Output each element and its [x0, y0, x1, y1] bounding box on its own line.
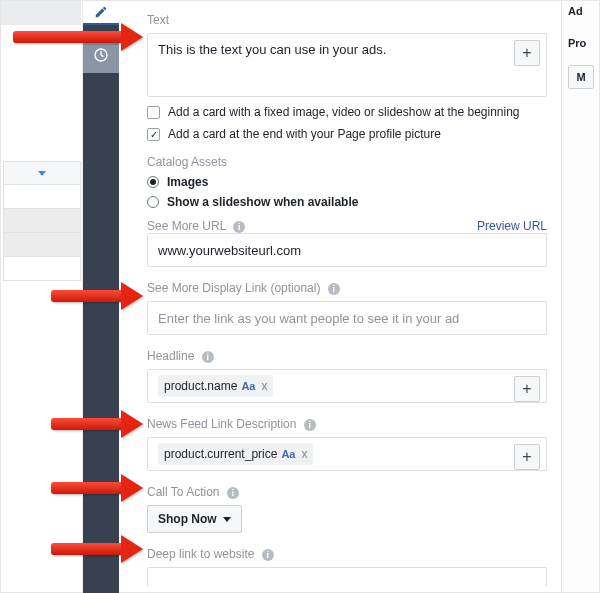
edit-tab-rail: [83, 1, 119, 25]
label-see-more-display: See More Display Link (optional) i: [147, 281, 547, 295]
chevron-down-icon: [223, 517, 231, 522]
clock-icon: [93, 47, 109, 63]
add-variation-button[interactable]: +: [514, 40, 540, 66]
label-cta: Call To Action i: [147, 485, 547, 499]
radio-label: Show a slideshow when available: [167, 195, 358, 209]
deep-link-input[interactable]: [147, 567, 547, 587]
label-catalog-assets: Catalog Assets: [147, 155, 547, 169]
aa-icon: Aa: [281, 448, 295, 460]
info-icon[interactable]: i: [233, 221, 245, 233]
checkbox-label: Add a card with a fixed image, video or …: [168, 105, 520, 119]
mini-cell[interactable]: [3, 185, 81, 209]
history-rail: [83, 25, 119, 593]
remove-token-x[interactable]: x: [261, 379, 267, 393]
info-icon[interactable]: i: [328, 283, 340, 295]
ad-creative-form: Text This is the text you can use in you…: [119, 1, 561, 592]
left-mini-column: [1, 1, 83, 592]
chevron-down-icon: [38, 171, 46, 176]
checkbox-icon: [147, 106, 160, 119]
text-input-value: This is the text you can use in your ads…: [158, 42, 386, 57]
add-variation-button[interactable]: +: [514, 376, 540, 402]
cta-value: Shop Now: [158, 512, 217, 526]
mini-cell[interactable]: [3, 257, 81, 281]
mini-cell-expand[interactable]: [3, 161, 81, 185]
info-icon[interactable]: i: [227, 487, 239, 499]
radio-row-slideshow[interactable]: Show a slideshow when available: [147, 195, 547, 209]
checkbox-label: Add a card at the end with your Page pro…: [168, 127, 441, 141]
tab-edit[interactable]: [83, 1, 119, 25]
radio-row-images[interactable]: Images: [147, 175, 547, 189]
tab-history[interactable]: [83, 37, 119, 73]
remove-token-x[interactable]: x: [301, 447, 307, 461]
add-variation-button[interactable]: +: [514, 444, 540, 470]
right-peek-label: Pro: [568, 37, 599, 49]
info-icon[interactable]: i: [202, 351, 214, 363]
mini-cell[interactable]: [3, 209, 81, 233]
right-peek-label: Ad: [568, 5, 599, 17]
info-icon[interactable]: i: [304, 419, 316, 431]
radio-label: Images: [167, 175, 208, 189]
left-mini-grid: [3, 161, 81, 281]
label-news-feed-desc: News Feed Link Description i: [147, 417, 547, 431]
checkbox-checked-icon: ✓: [147, 128, 160, 141]
checkbox-row-add-end[interactable]: ✓ Add a card at the end with your Page p…: [147, 127, 547, 141]
info-icon[interactable]: i: [262, 549, 274, 561]
aa-icon: Aa: [241, 380, 255, 392]
see-more-url-input[interactable]: www.yourwebsiteurl.com: [147, 233, 547, 267]
headline-token[interactable]: product.name Aa x: [158, 375, 273, 397]
pencil-icon: [94, 5, 108, 19]
label-text: Text: [147, 13, 547, 27]
right-peek-panel: Ad Pro M: [561, 1, 599, 592]
mini-cell[interactable]: [3, 233, 81, 257]
headline-input[interactable]: product.name Aa x +: [147, 369, 547, 403]
see-more-display-placeholder: Enter the link as you want people to see…: [158, 311, 459, 326]
radio-icon: [147, 196, 159, 208]
label-headline: Headline i: [147, 349, 547, 363]
news-feed-desc-token[interactable]: product.current_price Aa x: [158, 443, 313, 465]
radio-checked-icon: [147, 176, 159, 188]
right-peek-button[interactable]: M: [568, 65, 594, 89]
see-more-url-value: www.yourwebsiteurl.com: [158, 243, 301, 258]
see-more-display-input[interactable]: Enter the link as you want people to see…: [147, 301, 547, 335]
preview-url-link[interactable]: Preview URL: [477, 219, 547, 233]
label-see-more-url: See More URL i: [147, 219, 245, 233]
news-feed-desc-input[interactable]: product.current_price Aa x +: [147, 437, 547, 471]
text-input[interactable]: This is the text you can use in your ads…: [147, 33, 547, 97]
label-deep-link: Deep link to website i: [147, 547, 547, 561]
cta-dropdown[interactable]: Shop Now: [147, 505, 242, 533]
checkbox-row-add-fixed[interactable]: Add a card with a fixed image, video or …: [147, 105, 547, 119]
